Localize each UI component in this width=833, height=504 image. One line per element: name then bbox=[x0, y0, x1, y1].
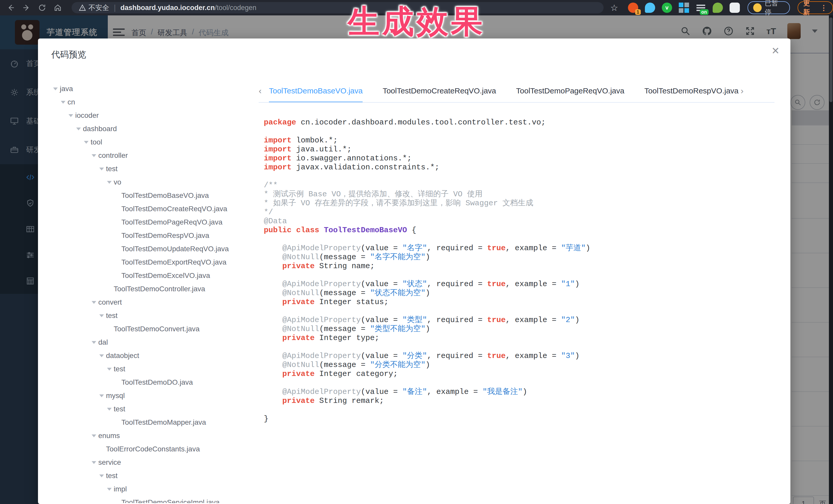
code-line: } bbox=[264, 414, 782, 424]
code-line: @NotNull(message = "分类不能为空") bbox=[264, 361, 782, 369]
annotation-text: 生成效果 bbox=[0, 1, 833, 43]
tree-node-dir[interactable]: java bbox=[45, 82, 258, 95]
tree-node-label: dataobject bbox=[106, 352, 139, 360]
tree-expand-icon[interactable] bbox=[53, 88, 60, 90]
tree-node-file[interactable]: ToolTestDemoCreateReqVO.java bbox=[45, 202, 258, 216]
tabs-scroll-left-icon[interactable]: ‹ bbox=[259, 86, 262, 96]
tree-node-file[interactable]: ToolTestDemoPageReqVO.java bbox=[45, 216, 258, 229]
code-line: @NotNull(message = "状态不能为空") bbox=[264, 289, 782, 298]
tree-node-file[interactable]: ToolTestDemoExportReqVO.java bbox=[45, 256, 258, 269]
code-line bbox=[264, 235, 782, 244]
file-tabs-bar: ‹ ToolTestDemoBaseVO.javaToolTestDemoCre… bbox=[259, 80, 775, 103]
tree-expand-icon[interactable] bbox=[99, 394, 106, 397]
tree-node-dir[interactable]: controller bbox=[45, 149, 258, 162]
file-tree: javacniocoderdashboardtoolcontrollertest… bbox=[45, 82, 258, 503]
file-tab-2[interactable]: ToolTestDemoPageReqVO.java bbox=[516, 80, 624, 102]
tree-node-label: ToolTestDemoCreateReqVO.java bbox=[121, 205, 227, 213]
tree-expand-icon[interactable] bbox=[99, 314, 106, 317]
tree-node-label: ToolTestDemoExcelVO.java bbox=[121, 271, 210, 280]
tree-expand-icon[interactable] bbox=[92, 154, 98, 157]
file-tab-1[interactable]: ToolTestDemoCreateReqVO.java bbox=[383, 80, 496, 102]
tree-node-label: controller bbox=[98, 151, 128, 160]
tree-node-dir[interactable]: enums bbox=[45, 429, 258, 442]
code-preview-dialog: 代码预览 ✕ javacniocoderdashboardtoolcontrol… bbox=[38, 39, 790, 504]
file-tab-3[interactable]: ToolTestDemoRespVO.java bbox=[644, 80, 739, 102]
tree-node-file[interactable]: ToolTestDemoExcelVO.java bbox=[45, 269, 258, 282]
tree-expand-icon[interactable] bbox=[99, 475, 106, 477]
tree-node-label: impl bbox=[114, 485, 127, 493]
tree-node-label: test bbox=[114, 365, 125, 373]
tree-expand-icon[interactable] bbox=[61, 101, 68, 104]
tree-node-label: mysql bbox=[106, 391, 125, 400]
tree-node-label: service bbox=[98, 458, 121, 466]
tree-node-dir[interactable]: tool bbox=[45, 136, 258, 149]
tree-node-file[interactable]: ToolTestDemoUpdateReqVO.java bbox=[45, 242, 258, 256]
tree-node-label: test bbox=[106, 165, 118, 173]
tree-node-file[interactable]: ToolTestDemoBaseVO.java bbox=[45, 189, 258, 202]
tabs-scroll-right-icon[interactable]: › bbox=[741, 86, 743, 96]
tree-expand-icon[interactable] bbox=[84, 141, 91, 144]
tree-expand-icon[interactable] bbox=[92, 301, 98, 304]
tree-node-dir[interactable]: test bbox=[45, 362, 258, 376]
tree-node-file[interactable]: ToolTestDemoRespVO.java bbox=[45, 229, 258, 242]
code-line bbox=[264, 307, 782, 316]
code-line: public class ToolTestDemoBaseVO { bbox=[264, 226, 782, 235]
dialog-title: 代码预览 bbox=[51, 49, 86, 61]
code-line bbox=[264, 342, 782, 352]
tree-node-file[interactable]: ToolTestDemoMapper.java bbox=[45, 416, 258, 429]
code-line: @Data bbox=[264, 217, 782, 226]
tree-expand-icon[interactable] bbox=[107, 368, 114, 370]
tree-expand-icon[interactable] bbox=[92, 341, 98, 344]
code-line: private Integer type; bbox=[264, 334, 782, 342]
tree-node-label: ToolTestDemoDO.java bbox=[121, 378, 193, 386]
code-view: package cn.iocoder.dashboard.modules.too… bbox=[264, 118, 782, 498]
tree-node-dir[interactable]: test bbox=[45, 309, 258, 322]
code-line: private String remark; bbox=[264, 397, 782, 405]
tree-node-file[interactable]: ToolTestDemoDO.java bbox=[45, 376, 258, 389]
tree-node-file[interactable]: ToolTestDemoConvert.java bbox=[45, 322, 258, 336]
tree-node-dir[interactable]: test bbox=[45, 402, 258, 416]
tree-expand-icon[interactable] bbox=[69, 114, 75, 117]
code-line: @NotNull(message = "名字不能为空") bbox=[264, 253, 782, 262]
tree-node-dir[interactable]: mysql bbox=[45, 389, 258, 402]
tree-expand-icon[interactable] bbox=[107, 181, 114, 184]
tree-expand-icon[interactable] bbox=[107, 488, 114, 491]
tree-expand-icon[interactable] bbox=[107, 408, 114, 411]
tree-node-file[interactable]: ToolTestDemoController.java bbox=[45, 282, 258, 296]
tree-node-dir[interactable]: impl bbox=[45, 482, 258, 496]
tree-node-dir[interactable]: service bbox=[45, 456, 258, 469]
tree-node-dir[interactable]: iocoder bbox=[45, 109, 258, 122]
code-line: * 测试示例 Base VO，提供给添加、修改、详细的子 VO 使用 bbox=[264, 190, 782, 199]
tree-node-dir[interactable]: dashboard bbox=[45, 122, 258, 136]
tree-expand-icon[interactable] bbox=[99, 168, 106, 170]
tree-node-dir[interactable]: vo bbox=[45, 175, 258, 189]
tree-expand-icon[interactable] bbox=[76, 127, 83, 130]
file-tab-0[interactable]: ToolTestDemoBaseVO.java bbox=[269, 80, 363, 102]
tree-expand-icon[interactable] bbox=[92, 434, 98, 437]
close-icon[interactable]: ✕ bbox=[769, 45, 782, 57]
tree-node-label: enums bbox=[98, 432, 120, 440]
tree-node-label: dashboard bbox=[83, 125, 117, 133]
code-line: import java.util.*; bbox=[264, 145, 782, 154]
code-line bbox=[264, 405, 782, 414]
code-line: * 如果子 VO 存在差异的字段，请不要添加到这里，影响 Swagger 文档生… bbox=[264, 199, 782, 208]
tree-node-dir[interactable]: dataobject bbox=[45, 349, 258, 362]
tree-node-file[interactable]: ToolTestDemoServiceImpl.java bbox=[45, 496, 258, 503]
tree-node-dir[interactable]: cn bbox=[45, 95, 258, 109]
page-scrollbar[interactable] bbox=[829, 16, 833, 504]
code-line: @NotNull(message = "类型不能为空") bbox=[264, 325, 782, 334]
tree-node-label: ToolTestDemoMapper.java bbox=[121, 418, 206, 427]
tree-node-label: ToolTestDemoExportReqVO.java bbox=[121, 258, 227, 266]
tree-node-dir[interactable]: dal bbox=[45, 336, 258, 349]
tree-node-label: test bbox=[114, 405, 125, 413]
tree-node-label: ToolErrorCodeConstants.java bbox=[106, 445, 200, 453]
tree-node-dir[interactable]: test bbox=[45, 469, 258, 482]
tree-expand-icon[interactable] bbox=[92, 461, 98, 464]
tree-node-file[interactable]: ToolErrorCodeConstants.java bbox=[45, 442, 258, 456]
code-line bbox=[264, 271, 782, 280]
code-line: import lombok.*; bbox=[264, 136, 782, 145]
tree-expand-icon[interactable] bbox=[99, 354, 106, 357]
tree-node-dir[interactable]: test bbox=[45, 162, 258, 175]
code-line: @ApiModelProperty(value = "分类", required… bbox=[264, 352, 782, 361]
tree-node-dir[interactable]: convert bbox=[45, 296, 258, 309]
